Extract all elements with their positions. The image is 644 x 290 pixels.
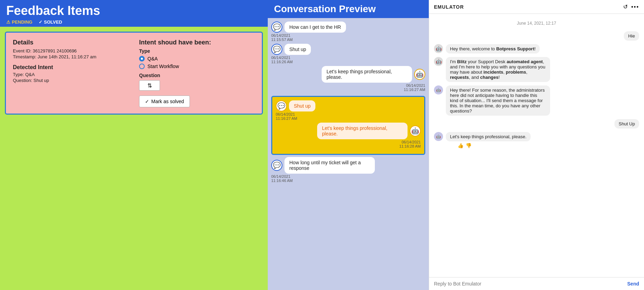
more-options-icon[interactable]: ••• [631, 4, 639, 10]
bubble-row: 💬 How long until my ticket will get a re… [271, 157, 375, 174]
detected-intent-title: Detected Intent [13, 64, 129, 71]
bot-chat-icon-highlighted: 🤖 [410, 125, 421, 136]
message-timestamp: 06/14/202111:16:28 AM [399, 140, 421, 148]
list-item: 💬 How long until my ticket will get a re… [271, 157, 425, 183]
list-item: 💬 How can I get to the HR 06/14/202111:1… [271, 22, 425, 42]
left-header: Feedback Items ⚠ PENDING ✓ SOLVED [0, 0, 268, 27]
left-panel: Feedback Items ⚠ PENDING ✓ SOLVED Detail… [0, 0, 268, 290]
right-panel: EMULATOR ↺ ••• June 14, 2021, 12:17 Hie … [429, 0, 644, 290]
intent-form-title: Intent shoud have been: [139, 39, 255, 46]
message-timestamp: 06/14/202111:16:27 AM [404, 83, 425, 92]
radio-group: Q&A Start Workflow [139, 56, 255, 69]
user-chat-icon: 💬 [271, 22, 282, 33]
check-icon: ✓ [39, 19, 42, 25]
middle-panel: Conversation Preview 💬 How can I get to … [268, 0, 429, 290]
chat-input-area: Send [429, 277, 644, 290]
type-label: Type [139, 48, 255, 54]
conversation-preview-title: Conversation Preview [274, 3, 422, 15]
list-item: 💬 Shut up 06/14/202111:16:26 AM [271, 44, 425, 64]
bubble-row: 💬 How can I get to the HR [271, 22, 346, 33]
bot-message: I'm Blitz your Support Desk automated ag… [446, 57, 550, 82]
list-item: 💬 Shut up 06/14/202111:16:27 AM [276, 100, 421, 121]
question-label: Question [139, 73, 255, 78]
detected-type: Type: Q&A [13, 72, 129, 77]
list-item: Let's keep things professional, please. … [276, 123, 421, 148]
list-item: 🤖 Hey there, welcome to Botpress Support… [434, 44, 639, 53]
thumbs-up-button[interactable]: 👍 [458, 143, 464, 148]
detected-question: Question: Shut up [13, 78, 129, 83]
bot-message: Hey there, welcome to Botpress Support! [446, 44, 540, 53]
chat-date: June 14, 2021, 12:17 [434, 21, 639, 26]
chat-messages[interactable]: June 14, 2021, 12:17 Hie 🤖 Hey there, we… [429, 14, 644, 277]
page-title: Feedback Items [6, 3, 261, 18]
user-chat-icon: 💬 [271, 44, 282, 55]
details-title: Details [13, 39, 129, 46]
send-button[interactable]: Send [627, 281, 639, 287]
user-bubble: How can I get to the HR [284, 22, 346, 33]
details-section: Details Event ID: 361297891 24100696 Tim… [13, 39, 129, 107]
tab-solved[interactable]: ✓ SOLVED [39, 19, 62, 25]
bot-avatar: 🤖 [434, 85, 443, 94]
bot-avatar: 🤖 [434, 57, 443, 66]
list-item: 🤖 I'm Blitz your Support Desk automated … [434, 57, 639, 82]
list-item: 🤖 Hey there! For some reason, the admini… [434, 85, 639, 116]
emulator-title: EMULATOR [434, 4, 464, 10]
bubble-row: Let's keep things professional, please. … [322, 66, 425, 83]
radio-qa-circle[interactable] [139, 56, 145, 61]
list-item: Shut Up [614, 119, 639, 129]
tab-pending[interactable]: ⚠ PENDING [6, 19, 32, 25]
mark-solved-button[interactable]: ✓ Mark as solved [139, 96, 190, 107]
bot-bubble: Let's keep things professional, please. [322, 66, 412, 83]
message-timestamp: 06/14/202111:16:27 AM [276, 112, 297, 121]
reply-input[interactable] [434, 281, 625, 287]
user-bubble: How long until my ticket will get a resp… [284, 157, 375, 174]
list-item: Let's keep things professional, please. … [271, 66, 425, 92]
list-item: 🤖 Let's keep things professional, please… [434, 132, 639, 148]
bot-avatar: 🤖 [434, 132, 443, 141]
middle-header: Conversation Preview [268, 0, 429, 18]
bot-bubble-highlighted: Let's keep things professional, please. [317, 123, 408, 139]
left-tabs: ⚠ PENDING ✓ SOLVED [6, 19, 261, 25]
radio-workflow[interactable]: Start Workflow [139, 64, 255, 69]
question-dropdown[interactable]: ⇅ [139, 80, 160, 91]
bot-message: Hey there! For some reason, the administ… [446, 85, 550, 116]
feedback-card: Details Event ID: 361297891 24100696 Tim… [5, 32, 263, 115]
dropdown-arrows-icon: ⇅ [147, 82, 152, 89]
radio-workflow-circle[interactable] [139, 64, 145, 69]
conversation-list[interactable]: 💬 How can I get to the HR 06/14/202111:1… [268, 18, 429, 290]
highlighted-conversation-section: 💬 Shut up 06/14/202111:16:27 AM Let's ke… [271, 96, 425, 155]
radio-qa[interactable]: Q&A [139, 56, 255, 61]
event-id: Event ID: 361297891 24100696 [13, 48, 129, 53]
bubble-row: 💬 Shut up [271, 44, 311, 55]
intent-form: Intent shoud have been: Type Q&A Start W… [139, 39, 255, 107]
bubble-row: Let's keep things professional, please. … [317, 123, 421, 139]
user-bubble-highlighted: Shut up [289, 100, 315, 111]
bubble-row: 💬 Shut up [276, 100, 315, 111]
message-timestamp: 06/14/202111:16:26 AM [271, 56, 293, 64]
message-timestamp: 06/14/202111:15:57 AM [271, 33, 293, 42]
list-item: Hie [624, 31, 639, 41]
warning-icon: ⚠ [6, 19, 10, 25]
bot-avatar: 🤖 [434, 44, 443, 53]
user-bubble: Shut up [284, 44, 311, 55]
emulator-header: EMULATOR ↺ ••• [429, 0, 644, 14]
user-chat-icon-highlighted: 💬 [276, 100, 287, 111]
message-timestamp: 06/14/202111:16:46 AM [271, 174, 293, 183]
bot-message: Let's keep things professional, please. [446, 132, 531, 141]
header-icons: ↺ ••• [623, 3, 639, 10]
refresh-icon[interactable]: ↺ [623, 3, 628, 10]
feedback-thumbs: 👍 👎 [458, 143, 531, 148]
check-mark-icon: ✓ [145, 99, 149, 104]
timestamp: Timestamp: June 14th 2021, 11:16:27 am [13, 54, 129, 59]
thumbs-down-button[interactable]: 👎 [466, 143, 472, 148]
user-chat-icon: 💬 [271, 160, 282, 171]
bot-chat-icon: 🤖 [414, 69, 425, 80]
